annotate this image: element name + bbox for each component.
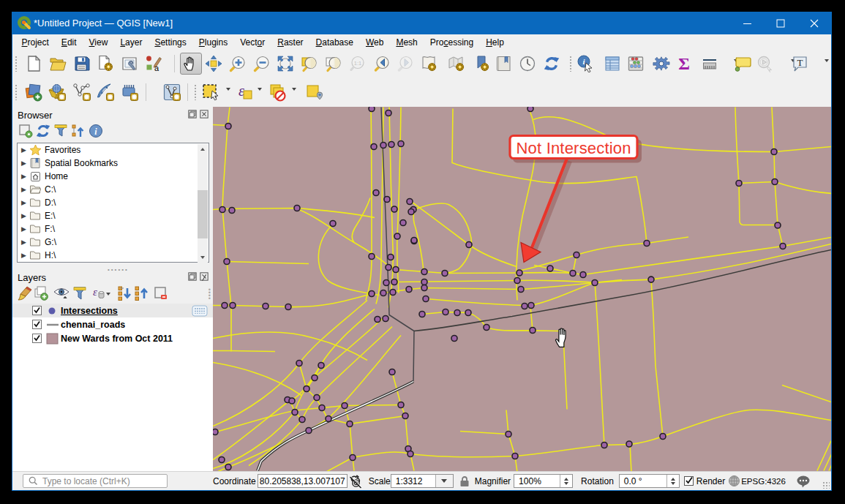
svg-text:Not Intersection: Not Intersection (517, 139, 631, 157)
svg-text:Σ: Σ (678, 55, 690, 72)
svg-text:1:1: 1:1 (354, 60, 361, 67)
svg-text:a: a (154, 64, 159, 72)
svg-text:T: T (797, 57, 803, 68)
svg-text:ε: ε (239, 83, 244, 99)
svg-text:ε: ε (93, 286, 97, 298)
